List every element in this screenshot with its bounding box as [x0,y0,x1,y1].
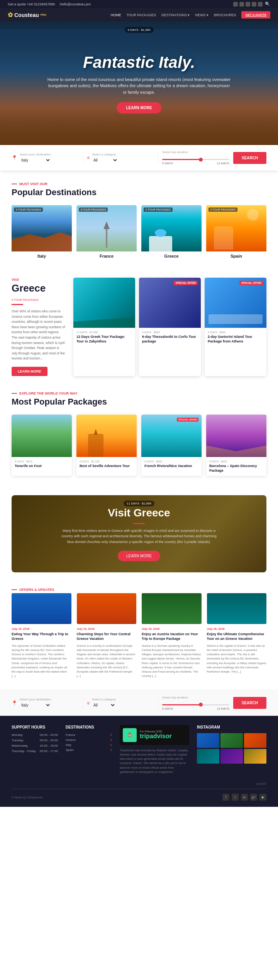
footer-hours-tuesday: 09:00 - 20:00 [40,739,58,742]
pkg-card-seville[interactable]: 8 DAYS · $1,145 Best of Seville Adventur… [76,415,137,476]
footer-hours-wednesday: 10:00 - 15:00 [40,744,58,747]
hero-badge: 9 DAYS · $1,990 [125,27,154,33]
pkg-card-barcelona[interactable]: 5 DAYS · $426 Barcelona – Spain Discover… [206,415,266,476]
popular-section: Must visit our Popular Destinations 9 TO… [0,170,278,270]
pkg-name-riviera: French Riviera/Nice Vacation [144,464,198,469]
pkg-card-tenerife[interactable]: 8 DAYS · $915 Tenerife on Foot [12,415,72,476]
footer-support-row-thursfri: Thursday - Friday 09:00 - 17:00 [12,749,58,753]
footer-dest-france-label: France [66,733,75,737]
nav-news[interactable]: NEWS ▾ [195,13,208,17]
footer-linkedin-icon[interactable]: in [241,794,248,801]
search-icon[interactable]: 🔍 [265,2,270,7]
tour-card-santorini[interactable]: SPECIAL OFFER 2 DAYS · $499 2-day Santor… [205,278,266,376]
footer-dest-france[interactable]: France 9 [66,733,112,737]
instagram-icon[interactable] [246,2,250,7]
twitter-icon[interactable] [239,2,244,7]
greece-desc: Over 90% of visitors who come to Greece … [12,309,66,361]
category-field: ≡ Select a category All Adventure Relaxa… [87,153,154,163]
footer-support-row-wednesday: Wednesday 10:00 - 15:00 [12,744,58,747]
instagram-cell-1[interactable] [197,733,219,748]
bottom-search-button[interactable]: search [233,697,266,709]
offer-date-3: July 16, 2018 [142,627,202,631]
nav-links: HOME TOUR PACKAGES DESTINATIONS ▾ NEWS ▾… [110,11,270,19]
logo-icon: ✿ [8,11,13,19]
instagram-cell-4[interactable] [197,749,219,764]
offer-card-4[interactable]: July 16, 2018 Enjoy the Ultimate Compreh… [207,593,267,678]
dest-card-greece[interactable]: 9 TOUR PACKAGES Greece [141,205,202,258]
bottom-category-select[interactable]: All [92,703,116,708]
greece-content: Visit Greece 9 TOUR PACKAGES Over 90% of… [12,278,266,376]
offer-card-2[interactable]: July 16, 2018 Charming Steps for Your Ce… [77,593,137,678]
footer-dest-spain[interactable]: Spain 9 [66,748,112,752]
tour-card-zakynthos[interactable]: 12 DAYS · $1,099 12 Days Greek Tour Pack… [73,278,135,376]
footer-dest-spain-count: 9 [110,748,112,752]
bottom-duration-slider[interactable] [162,704,229,705]
nav-home[interactable]: HOME [110,13,121,17]
bottom-duration-label: Select trip duration [162,696,229,699]
packages-title: Most Popular Packages [12,397,266,407]
offer-img-4 [207,593,267,624]
offer-img-3 [142,593,202,624]
instagram-cell-5[interactable] [220,749,243,764]
greece-section: Visit Greece 9 TOUR PACKAGES Over 90% of… [0,270,278,388]
pkg-meta-seville: 8 DAYS · $1,145 [80,460,134,463]
dest-card-italy[interactable]: 9 TOUR PACKAGES Italy [12,205,72,258]
category-icon: ≡ [87,155,90,160]
nav-brochures[interactable]: BROCHURES [214,13,236,17]
logo[interactable]: ✿ Cousteau PRO [8,11,46,19]
offer-desc-2: Greece is a country in southeastern Euro… [77,644,137,678]
packages-section: Explore the world your way Most Popular … [0,388,278,487]
offers-tag: Offers & Updates [12,588,266,592]
dest-card-france[interactable]: 9 TOUR PACKAGES France [76,205,137,258]
banner-desc: Many first-time visitors arrive in Greec… [58,528,220,545]
divider-1 [83,152,83,164]
footer-dest-italy-label: Italy [66,743,71,747]
offer-card-3[interactable]: July 16, 2018 Enjoy an Austria Vacation … [142,593,202,678]
category-select[interactable]: All Adventure Relaxation [92,158,118,163]
instagram-cell-6[interactable] [244,749,266,764]
tripadvisor-box[interactable]: 🦉 For February 2000 tripadvisor [120,725,189,745]
footer-facebook-icon[interactable]: f [222,794,229,801]
footer-googleplus-icon[interactable]: g+ [250,794,257,801]
pkg-card-riviera[interactable]: SPECIAL OFFER 4 DAYS · $390 French Rivie… [141,415,202,476]
rss-icon[interactable] [258,2,263,7]
offer-card-1[interactable]: July 16, 2018 Eating Your Way Through a … [12,593,71,678]
dest-label-greece: 9 TOUR PACKAGES [144,207,173,212]
footer-grid: Support Hours Monday 09:00 - 20:00 Tuesd… [12,725,266,774]
nav-destinations[interactable]: DESTINATIONS ▾ [161,13,190,17]
hero-cta-button[interactable]: learn more [117,102,161,113]
nav-tour-packages[interactable]: TOUR PACKAGES [126,13,156,17]
greece-tag: Visit [12,278,66,282]
greece-learn-button[interactable]: LEARN MORE [12,367,47,376]
social-icons [233,2,263,7]
footer-twitter-icon[interactable]: t [232,794,239,801]
nav-cta-button[interactable]: GET A QUOTE [241,11,270,19]
footer-hours-monday: 09:00 - 20:00 [40,733,58,737]
tour-name-corfu: 6-day Thessaloniki to Corfu Tour package [142,335,198,344]
footer-dest-italy[interactable]: Italy 9 [66,743,112,747]
offer-title-4: Enjoy the Ultimate Comprehensive Tour on… [207,632,267,641]
pkg-name-seville: Best of Seville Adventure Tour [80,464,134,469]
duration-label: Select trip duration [162,150,229,154]
instagram-cell-2[interactable] [220,733,243,748]
tour-img-corfu: SPECIAL OFFER [139,278,201,328]
tour-name-zakynthos: 12 Days Greek Tour Package: Tour in Zaky… [76,335,132,344]
search-button[interactable]: search [233,152,266,164]
offer-date-4: July 16, 2018 [207,627,267,631]
footer-dest-france-count: 9 [110,733,112,737]
offer-title-3: Enjoy an Austria Vacation on Your Trip t… [142,632,202,641]
footer-youtube-icon[interactable]: ▶ [259,794,266,801]
pkg-img-seville [76,415,137,457]
footer-dest-greece[interactable]: Greece 9 [66,738,112,742]
hero-content: Fantastic Italy. Home to some of the mos… [23,53,255,114]
instagram-cell-3[interactable] [244,733,266,748]
banner-cta-button[interactable]: learn more [118,551,160,561]
bottom-category-field: ≡ Select a category All [87,698,154,708]
dest-card-spain[interactable]: 9 TOUR PACKAGES Spain [206,205,266,258]
tour-card-corfu[interactable]: SPECIAL OFFER 4 DAYS · $689 6-day Thessa… [139,278,201,376]
bottom-destination-select[interactable]: Italy France Greece [20,703,51,708]
youtube-icon[interactable] [252,2,256,7]
facebook-icon[interactable] [233,2,238,7]
destination-select[interactable]: Italy France Greece Spain [20,158,51,163]
duration-slider[interactable] [162,159,229,160]
